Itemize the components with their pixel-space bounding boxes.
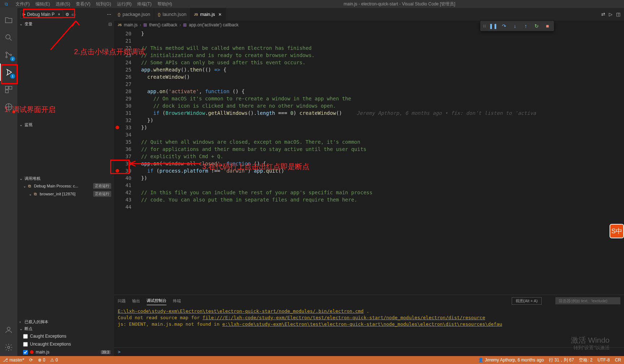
status-spaces[interactable]: 空格: 2 [579,357,592,363]
explorer-icon[interactable] [0,12,17,29]
collapse-all-icon[interactable]: ⊟ [108,22,112,27]
callstack-item[interactable]: ⌄⧉Debug Main Process: c...正在运行 [17,182,114,190]
remote-icon[interactable] [0,98,17,116]
breakpoint-gutter-row[interactable] [114,138,121,146]
code-line[interactable]: if (process.platform !== 'darwin') app.q… [135,167,624,174]
breakpoint-file[interactable]: main.js 39:3 [17,348,114,356]
breakpoint-gutter-row[interactable] [114,131,121,138]
editor-tab[interactable]: {}package.json [114,8,154,21]
debug-restart-button[interactable]: ↻ [532,21,542,31]
code-line[interactable]: // code. You can also put them in separa… [135,196,624,203]
checkbox[interactable] [23,342,28,347]
panel-filter-input[interactable] [555,297,620,304]
debug-step-over-button[interactable]: ↷ [499,21,509,31]
breakpoint-gutter-row[interactable] [114,52,121,59]
breakpoint-gutter-row[interactable] [114,182,121,189]
menu-item[interactable]: 查看(V) [73,1,93,7]
menu-item[interactable]: 帮助(H) [155,1,175,7]
breakpoint-gutter-row[interactable] [114,174,121,182]
settings-gear-icon[interactable] [0,339,17,356]
grip-icon[interactable]: ⁞⁞ [482,24,488,29]
watch-section-header[interactable]: ⌄ 监视 [17,121,114,128]
code-line[interactable]: }) [135,117,624,124]
code-line[interactable]: app.on('window-all-closed', function () … [135,160,624,167]
menu-item[interactable]: 编辑(E) [32,1,53,7]
breakpoint-gutter-row[interactable] [114,59,121,66]
code-line[interactable]: // for applications and their menu bar t… [135,146,624,153]
more-icon[interactable]: ⋯ [107,12,111,17]
loaded-scripts-section-header[interactable]: › 已载入的脚本 [17,318,114,325]
debug-step-out-button[interactable]: ↑ [521,21,531,31]
breakpoint-gutter-row[interactable] [114,146,121,153]
breakpoint-gutter-row[interactable] [114,37,121,44]
ime-badge[interactable]: S中 [610,224,624,238]
callstack-section-header[interactable]: ⌄ 调用堆栈 [17,175,114,182]
breadcrumb-item[interactable]: app.on('activate') callback [189,22,238,27]
panel-tab-debug-console[interactable]: 调试控制台 [147,296,166,305]
breakpoint-gutter-row[interactable] [114,95,121,102]
breakpoint-gutter[interactable] [114,29,121,295]
search-icon[interactable] [0,29,17,46]
status-warnings[interactable]: ⚠ 0 [50,358,58,363]
breakpoint-gutter-row[interactable] [114,189,121,196]
gear-icon[interactable]: ⚙ [65,12,69,17]
status-branch[interactable]: ⎇master* [3,358,24,363]
debug-config-selector[interactable]: ▶ Debug Main P ▼ [20,10,63,19]
breakpoint-gutter-row[interactable] [114,102,121,109]
code-line[interactable]: // On macOS it's common to re-create a w… [135,95,624,102]
debug-console-toggle-icon[interactable]: ▭ [72,12,75,17]
editor-tab[interactable]: JSmain.js× [190,8,225,21]
code-line[interactable]: }) [135,174,624,182]
breakpoint-gutter-row[interactable] [114,30,121,37]
panel-tab-terminal[interactable]: 终端 [173,297,181,305]
breadcrumb-item[interactable]: main.js [124,22,138,27]
menu-item[interactable]: 选择(S) [53,1,73,7]
code-line[interactable]: app.whenReady().then(() => { [135,66,624,73]
code-line[interactable]: }) [135,124,624,131]
breakpoints-section-header[interactable]: ⌄ 断点 [17,325,114,332]
code-line[interactable]: // Some APIs can only be used after this… [135,59,624,66]
breadcrumb-item[interactable]: then() callback [149,22,177,27]
extensions-icon[interactable] [0,81,17,98]
code-line[interactable] [135,131,624,138]
scm-icon[interactable]: 2 [0,46,17,64]
code-line[interactable]: // dock icon is clicked and there are no… [135,102,624,109]
code-line[interactable]: // initialization and is ready to create… [135,52,624,59]
menu-item[interactable]: 终端(T) [134,1,154,7]
menu-item[interactable]: 文件(F) [13,1,32,7]
run-file-icon[interactable]: ▷ [609,12,612,17]
menu-item[interactable]: 转到(G) [93,1,114,7]
panel-tab-output[interactable]: 输出 [132,297,140,305]
debug-step-into-button[interactable]: ↓ [510,21,520,31]
breakpoint-gutter-row[interactable] [114,153,121,160]
debug-console-output[interactable]: E:\lxh-code\study-exm\Electron\test\elec… [114,307,624,347]
compare-icon[interactable]: ⇄ [601,12,605,17]
callstack-item[interactable]: ⌄⧉browser_init [12876]正在运行 [17,190,114,198]
code-line[interactable] [135,37,624,44]
variables-section-header[interactable]: ⌄ 变量 ⊟ [17,21,114,27]
breakpoint-gutter-row[interactable] [114,88,121,95]
breakpoint-gutter-row[interactable] [114,124,121,131]
split-editor-icon[interactable]: ◫ [616,12,620,17]
status-sync[interactable]: ⟳ [29,358,33,363]
code-line[interactable] [135,182,624,189]
code-line[interactable] [135,203,624,211]
code-editor[interactable]: 2021222324252627282930313233343536373839… [114,29,624,295]
breakpoint-uncaught[interactable]: Uncaught Exceptions [17,340,114,348]
breakpoint-gutter-row[interactable] [114,160,121,167]
code-line[interactable]: if (BrowserWindow.getAllWindows().length… [135,109,624,117]
breakpoint-gutter-row[interactable] [114,109,121,117]
breakpoint-gutter-row[interactable] [114,66,121,73]
breakpoint-gutter-row[interactable] [114,203,121,211]
breakpoint-caught[interactable]: Caught Exceptions [17,332,114,340]
debug-stop-button[interactable]: ■ [542,21,552,31]
close-icon[interactable]: × [218,12,221,17]
status-eol[interactable]: CR [615,357,621,363]
checkbox[interactable] [23,334,28,339]
breakpoint-gutter-row[interactable] [114,81,121,88]
debug-pause-button[interactable]: ❚❚ [488,21,498,31]
code-line[interactable]: // Quit when all windows are closed, exc… [135,138,624,146]
editor-tab[interactable]: {}launch.json [154,8,190,21]
code-line[interactable]: createWindow() [135,73,624,81]
breakpoint-gutter-row[interactable] [114,73,121,81]
